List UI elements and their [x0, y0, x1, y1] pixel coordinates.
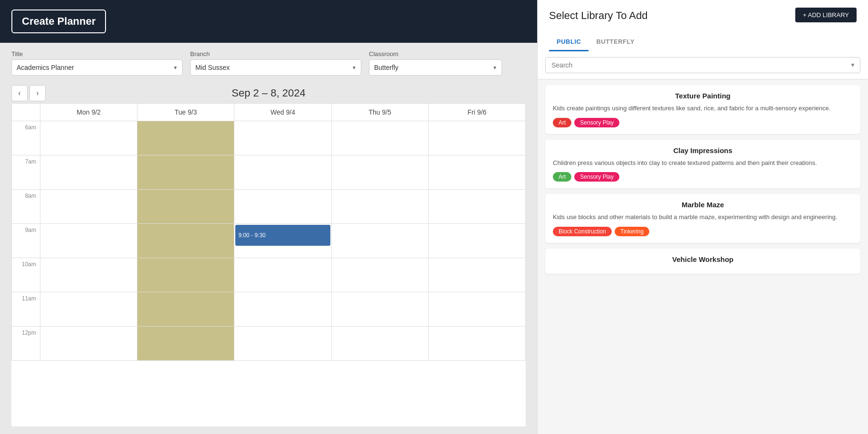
time-10am: 10am — [12, 258, 40, 292]
cell-mon-9am[interactable] — [40, 224, 137, 258]
cell-wed-7am[interactable] — [234, 155, 331, 190]
cell-tue-8am[interactable] — [137, 190, 234, 224]
cell-fri-6am[interactable] — [429, 121, 526, 155]
cell-tue-9am[interactable] — [137, 224, 234, 258]
time-12pm: 12pm — [12, 327, 40, 361]
event-block-9am[interactable]: 9:00 - 9:30 — [235, 225, 330, 246]
nav-buttons: ‹ › — [11, 85, 46, 101]
title-label: Title — [11, 50, 183, 58]
week-range-title: Sep 2 – 8, 2024 — [231, 87, 305, 99]
cell-wed-12pm[interactable] — [234, 327, 331, 361]
card-title-vehicle-workshop: Vehicle Workshop — [553, 255, 853, 263]
card-tags-marble-maze: Block Construction Tinkering — [553, 227, 853, 236]
tag-art-1: Art — [553, 118, 571, 127]
cell-thu-8am[interactable] — [332, 190, 429, 224]
library-card-marble-maze[interactable]: Marble Maze Kids use blocks and other ma… — [545, 194, 860, 243]
cell-mon-6am[interactable] — [40, 121, 137, 155]
search-input[interactable] — [545, 57, 860, 73]
card-title-marble-maze: Marble Maze — [553, 201, 853, 209]
cell-mon-11am[interactable] — [40, 292, 137, 327]
tag-tinkering: Tinkering — [615, 227, 649, 236]
cell-fri-7am[interactable] — [429, 155, 526, 190]
tag-art-2: Art — [553, 172, 571, 182]
card-title-texture-painting: Texture Painting — [553, 92, 853, 100]
create-planner-button[interactable]: Create Planner — [11, 10, 106, 33]
tab-public[interactable]: PUBLIC — [549, 33, 588, 51]
calendar-grid: Mon 9/2 Tue 9/3 Wed 9/4 Thu 9/5 Fri 9/6 … — [11, 103, 526, 361]
branch-field-group: Branch Mid Sussex — [190, 50, 361, 76]
planner-header: Create Planner — [0, 0, 537, 43]
cell-fri-9am[interactable] — [429, 224, 526, 258]
branch-select[interactable]: Mid Sussex — [190, 59, 361, 76]
day-header-wed: Wed 9/4 — [234, 104, 331, 121]
cell-wed-8am[interactable] — [234, 190, 331, 224]
next-week-button[interactable]: › — [29, 85, 46, 101]
add-library-button[interactable]: + ADD LIBRARY — [795, 8, 857, 22]
cell-thu-10am[interactable] — [332, 258, 429, 292]
card-title-clay-impressions: Clay Impressions — [553, 146, 853, 154]
tab-butterfly[interactable]: BUTTERFLY — [588, 33, 642, 51]
cell-fri-11am[interactable] — [429, 292, 526, 327]
search-dropdown-icon: ▼ — [850, 62, 856, 68]
calendar-container: Mon 9/2 Tue 9/3 Wed 9/4 Thu 9/5 Fri 9/6 … — [11, 103, 526, 426]
cell-wed-10am[interactable] — [234, 258, 331, 292]
cell-fri-12pm[interactable] — [429, 327, 526, 361]
classroom-field-group: Classroom Butterfly — [369, 50, 502, 76]
cell-tue-12pm[interactable] — [137, 327, 234, 361]
library-title: Select Library To Add — [549, 10, 648, 22]
cell-wed-9am[interactable]: 9:00 - 9:30 — [234, 224, 331, 258]
cell-mon-12pm[interactable] — [40, 327, 137, 361]
cell-thu-9am[interactable] — [332, 224, 429, 258]
cell-thu-7am[interactable] — [332, 155, 429, 190]
card-tags-clay-impressions: Art Sensory Play — [553, 172, 853, 182]
card-desc-clay-impressions: Children press various objects into clay… — [553, 158, 853, 168]
cell-wed-11am[interactable] — [234, 292, 331, 327]
tag-sensory-1: Sensory Play — [574, 118, 619, 127]
day-header-fri: Fri 9/6 — [429, 104, 526, 121]
branch-label: Branch — [190, 50, 361, 58]
cell-mon-8am[interactable] — [40, 190, 137, 224]
cell-thu-12pm[interactable] — [332, 327, 429, 361]
day-header-mon: Mon 9/2 — [40, 104, 137, 121]
cell-wed-6am[interactable] — [234, 121, 331, 155]
day-header-thu: Thu 9/5 — [332, 104, 429, 121]
planner-panel: Create Planner Title Academics Planner B… — [0, 0, 537, 434]
cell-tue-10am[interactable] — [137, 258, 234, 292]
cell-mon-7am[interactable] — [40, 155, 137, 190]
classroom-label: Classroom — [369, 50, 502, 58]
nav-row: ‹ › Sep 2 – 8, 2024 — [0, 83, 537, 103]
cell-thu-6am[interactable] — [332, 121, 429, 155]
library-card-vehicle-workshop[interactable]: Vehicle Workshop — [545, 249, 860, 274]
search-wrapper: ▼ — [545, 57, 860, 73]
library-card-texture-painting[interactable]: Texture Painting Kids create paintings u… — [545, 85, 860, 134]
cell-mon-10am[interactable] — [40, 258, 137, 292]
cell-fri-8am[interactable] — [429, 190, 526, 224]
library-header: Select Library To Add + ADD LIBRARY PUBL… — [538, 0, 868, 51]
tag-sensory-2: Sensory Play — [574, 172, 619, 182]
cell-tue-7am[interactable] — [137, 155, 234, 190]
title-select[interactable]: Academics Planner — [11, 59, 183, 76]
cell-tue-6am[interactable] — [137, 121, 234, 155]
form-row: Title Academics Planner Branch Mid Susse… — [0, 43, 537, 83]
time-11am: 11am — [12, 292, 40, 327]
time-7am: 7am — [12, 155, 40, 190]
library-card-clay-impressions[interactable]: Clay Impressions Children press various … — [545, 140, 860, 189]
time-9am: 9am — [12, 224, 40, 258]
time-header — [12, 104, 40, 121]
library-panel: Select Library To Add + ADD LIBRARY PUBL… — [537, 0, 868, 434]
cell-thu-11am[interactable] — [332, 292, 429, 327]
card-desc-texture-painting: Kids create paintings using different te… — [553, 104, 853, 113]
classroom-select[interactable]: Butterfly — [369, 59, 502, 76]
tag-block-construction: Block Construction — [553, 227, 612, 236]
card-desc-marble-maze: Kids use blocks and other materials to b… — [553, 212, 853, 222]
library-tabs: PUBLIC BUTTERFLY — [549, 33, 857, 51]
library-list: Texture Painting Kids create paintings u… — [538, 79, 868, 434]
day-header-tue: Tue 9/3 — [137, 104, 234, 121]
time-6am: 6am — [12, 121, 40, 155]
cell-tue-11am[interactable] — [137, 292, 234, 327]
prev-week-button[interactable]: ‹ — [11, 85, 28, 101]
time-8am: 8am — [12, 190, 40, 224]
card-tags-texture-painting: Art Sensory Play — [553, 118, 853, 127]
search-row: ▼ — [538, 51, 868, 79]
cell-fri-10am[interactable] — [429, 258, 526, 292]
